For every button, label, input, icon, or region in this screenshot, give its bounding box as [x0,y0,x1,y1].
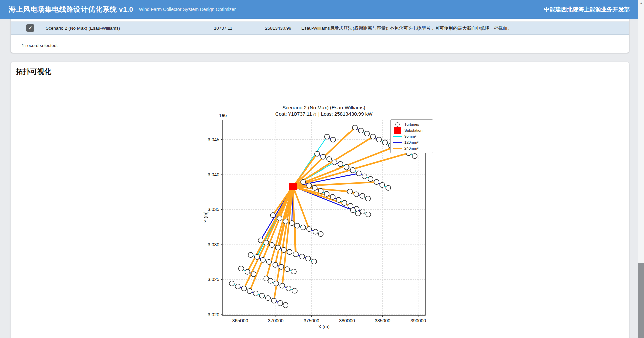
y-tick-label: 3.025 [208,277,219,282]
turbine-marker [239,266,244,271]
x-tick-label: 390000 [410,318,426,323]
selection-status: 1 record selected. [22,43,58,48]
turbine-marker [350,168,355,173]
app-title: 海上风电场集电线路设计优化系统 v1.0 [9,5,133,14]
turbine-marker [279,264,284,269]
x-tick-label: 375000 [304,318,319,323]
section-title: 拓扑可视化 [16,67,51,76]
turbine-marker [344,165,349,170]
turbine-marker [412,154,417,159]
x-tick-label: 365000 [232,318,248,323]
turbine-marker [291,269,296,274]
turbine-marker [360,209,365,214]
turbine-marker [355,211,360,216]
legend-item-120mm: 120mm² [393,139,430,145]
turbine-marker [264,240,269,245]
turbine-marker [280,283,285,288]
turbine-marker [229,281,234,286]
y-tick-label: 3.020 [208,312,219,317]
turbine-marker [312,259,317,264]
y-tick-label: 3.035 [208,207,219,212]
turbine-marker [370,134,375,139]
y-tick-label: 3.040 [208,172,219,177]
turbine-marker [362,174,367,179]
turbine-marker [331,137,336,142]
chart-title-line1: Scenario 2 (No Max) (Esau-Williams) [222,104,425,111]
turbine-marker [380,182,385,187]
turbine-marker [325,134,330,139]
loss-cell: 25813430.99 [255,22,291,35]
scrollbar-thumb[interactable] [638,263,644,338]
table-row[interactable]: ✓ Scenario 2 (No Max) (Esau-Williams) 10… [11,21,629,35]
cable-240mm2 [293,187,309,229]
cable-240mm2 [250,187,293,291]
turbine-marker [292,288,297,293]
turbine-marker [368,176,373,181]
turbine-marker [294,223,300,228]
turbine-marker [307,183,312,188]
results-table-card: ✓ Scenario 2 (No Max) (Esau-Williams) 10… [10,19,629,53]
substation-marker-icon [393,127,402,134]
y-tick-label: 3.045 [208,137,219,142]
turbine-marker [360,193,365,198]
turbine-marker [330,194,335,199]
turbine-marker [336,197,341,202]
turbine-marker [258,238,263,243]
vertical-scrollbar[interactable]: ▲ [638,0,644,338]
turbine-marker [251,272,256,277]
turbine-marker [241,286,247,291]
turbine-marker [265,296,270,301]
turbine-marker [386,185,391,190]
turbine-marker [365,196,370,201]
turbine-marker [332,160,337,165]
app-header: 海上风电场集电线路设计优化系统 v1.0 Wind Farm Collector… [0,0,638,19]
turbine-marker [278,301,283,306]
x-tick-label: 385000 [375,318,390,323]
turbine-marker [354,192,359,197]
y-tick-label: 3.030 [208,242,219,247]
turbine-marker [270,213,275,218]
scrollbar-up-arrow[interactable]: ▲ [638,1,644,5]
turbine-marker [268,278,273,283]
turbine-marker [307,227,312,232]
turbine-marker [293,252,298,257]
turbine-marker [286,286,291,291]
legend-item-substation: Substation [393,127,430,133]
legend-item-95mm: 95mm² [393,133,430,139]
turbine-marker [364,131,369,136]
turbine-marker [324,191,329,196]
turbine-marker [300,254,305,259]
x-tick-label: 380000 [339,318,355,323]
turbine-marker [283,303,288,308]
legend-item-240mm: 240mm² [393,145,430,151]
turbine-marker [347,189,352,194]
turbine-marker [366,212,371,217]
x-tick-label: 370000 [268,318,284,323]
turbine-marker [275,245,280,250]
turbine-marker [271,298,276,303]
turbine-marker [254,254,259,259]
app-subtitle: Wind Farm Collector System Design Optimi… [139,7,236,12]
turbine-marker [245,269,250,274]
description-cell: Esau-Williams启发式算法(权衡距离与容量); 不包含可选电缆型号，且… [301,22,512,35]
legend-item-turbines: Turbines [393,121,430,127]
turbine-marker [318,188,323,193]
turbine-marker [377,137,382,142]
cable-95-line-icon [393,136,402,137]
turbine-marker [253,291,258,296]
substation-marker [289,183,297,190]
turbine-marker [374,179,379,184]
turbine-marker [342,200,347,205]
turbine-marker [338,162,343,167]
turbine-marker [301,179,306,184]
turbine-marker [274,281,279,286]
turbine-marker [289,221,294,226]
turbine-marker-icon [393,122,402,127]
turbine-marker [277,216,282,221]
turbine-marker [313,229,318,234]
row-checkbox[interactable]: ✓ [26,24,34,32]
chart-legend: Turbines Substation 95mm² 120mm² 240mm² [390,119,433,153]
turbine-marker [269,242,274,247]
cable-240mm2 [293,187,296,254]
cable-120-line-icon [393,142,402,143]
